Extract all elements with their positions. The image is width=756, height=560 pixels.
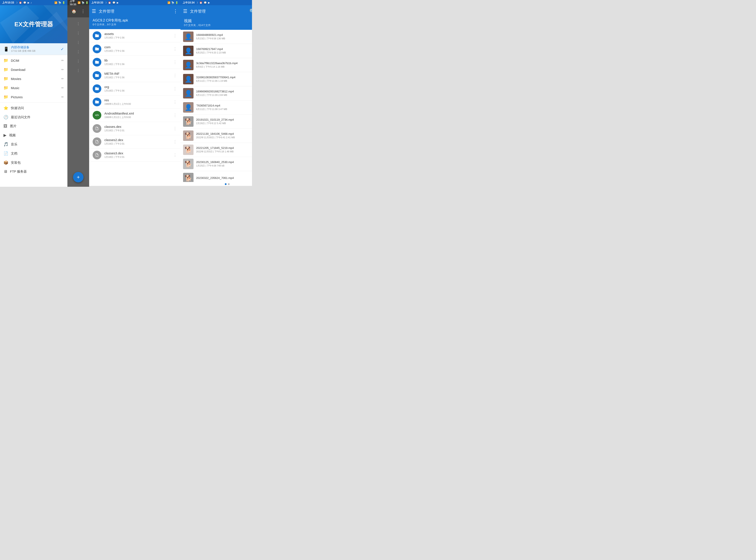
file-more-icon[interactable]: ⋮	[173, 113, 177, 118]
edit-icon[interactable]: ✏	[61, 68, 64, 71]
menu-icon[interactable]: ☰	[183, 8, 187, 14]
file-more-icon[interactable]: ⋮	[173, 33, 177, 38]
file-more-icon[interactable]: ⋮	[173, 73, 177, 78]
file-item-com[interactable]: com 1月18日 | 下午1:56 ⋮	[89, 42, 180, 56]
file-item-metainf[interactable]: META-INF 1月18日 | 下午1:56 ⋮	[89, 69, 180, 82]
video-item-10[interactable]: 🐕 20230322_235624_7061.mp4 ⋮	[180, 171, 252, 182]
file-more-icon[interactable]: ⋮	[173, 139, 177, 144]
status-wifi-icon: 📡	[58, 1, 61, 4]
home-icon[interactable]: 🏠	[72, 9, 76, 14]
panel3-subtitle: AGC9.2 CR专用包.apk 6个文件夹，6个文件	[89, 17, 180, 29]
code-icon: </>	[93, 111, 101, 120]
video-info: 20230322_235624_7061.mp4	[196, 176, 252, 180]
file-info: com 1月18日 | 下午1:56	[104, 45, 170, 53]
video-item-2[interactable]: 👤 3c3da7f9b13226aea3b7b1b.mp4 8月6日 | 下午5…	[180, 58, 252, 72]
thumb-image: 👤	[183, 88, 194, 99]
music-icon: 🎵	[3, 142, 8, 147]
search-icon[interactable]: 🔍	[250, 8, 252, 14]
file-item-classes[interactable]: classes.dex 1月18日 | 下午2:01 ⋮	[89, 122, 180, 135]
video-item-6[interactable]: 🐕 20191021_010119_2734.mp4 2月26日 | 下午8:1…	[180, 115, 252, 129]
folder-item-dcim[interactable]: 📁 DCIM ✏	[0, 56, 67, 65]
panel2-item-1[interactable]: ⋮	[67, 19, 89, 28]
file-item-lib[interactable]: lib 1月18日 | 下午1:56 ⋮	[89, 56, 180, 69]
panel2-item-2[interactable]: ⋮	[67, 28, 89, 38]
panel2-item-6[interactable]: ⋮	[67, 66, 89, 75]
edit-icon[interactable]: ✏	[61, 59, 64, 62]
video-info: 20230125_160840_2530.mp4 1月25日 | 下午4:08 …	[196, 160, 252, 167]
file-more-icon[interactable]: ⋮	[173, 153, 177, 157]
category-music[interactable]: 🎵 音乐	[0, 140, 67, 149]
file-more-icon[interactable]: ⋮	[173, 86, 177, 91]
status-tiktok-icon: ♪	[31, 1, 32, 4]
file-item-org[interactable]: org 1月18日 | 下午1:56 ⋮	[89, 82, 180, 96]
folder-icon	[93, 44, 101, 53]
file-more-icon[interactable]: ⋮	[173, 46, 177, 51]
file-item-res[interactable]: res 1980年1月1日 | 上午9:00 ⋮	[89, 96, 180, 109]
category-videos[interactable]: ▶ 视频	[0, 131, 67, 140]
edit-icon[interactable]: ✏	[61, 95, 64, 99]
video-item-5[interactable]: 👤 '76365671814.mp4 6月11日 | 下午11:08 3.47 …	[180, 100, 252, 115]
video-info: 20221205_171845_5219.mp4 2022年12月5日 | 下午…	[196, 146, 252, 153]
category-images[interactable]: 🖼 图片	[0, 122, 67, 131]
file-item-classes2[interactable]: classes2.dex 1月18日 | 下午2:01 ⋮	[89, 135, 180, 148]
file-info: AndroidManifest.xml 1980年1月1日 | 上午9:00	[104, 112, 170, 119]
folder-item-pictures[interactable]: 📁 Pictures ✏	[0, 93, 67, 101]
fab-add-button[interactable]: +	[73, 172, 83, 182]
video-info: 20221130_184106_5468.mp4 2022年11月30日 | 下…	[196, 132, 252, 139]
panel4-wrapper: 上午10:34 ☽ ⏰ 💬 ▶ 📶 📡 🔋 ☰ 文件管理 🔍 🏠 ⋮ 视频 0个…	[180, 0, 252, 187]
clock-icon: ⏰	[108, 1, 111, 4]
edit-icon[interactable]: ✏	[61, 77, 64, 80]
edit-icon[interactable]: ✏	[61, 86, 64, 89]
category-quick-access[interactable]: ⭐ 快速访问	[0, 103, 67, 113]
file-more-icon[interactable]: ⋮	[173, 100, 177, 104]
thumb-image: 🐕	[183, 159, 194, 169]
folder-item-music[interactable]: 📁 Music ✏	[0, 83, 67, 93]
panel2-item-4[interactable]: ⋮	[67, 47, 89, 57]
video-info: 1687699217947.mp4 6月25日 | 下午9:20 2.23 MB	[196, 47, 252, 54]
video-item-1[interactable]: 👤 1687699217947.mp4 6月25日 | 下午9:20 2.23 …	[180, 44, 252, 58]
video-thumbnail: 🐕	[183, 159, 194, 169]
storage-item[interactable]: 📱 内部存储设备 17.51 GB 没有 496 GB ✓	[0, 43, 67, 55]
video-item-8[interactable]: 🐕 20221205_171845_5219.mp4 2022年12月5日 | …	[180, 143, 252, 157]
file-more-icon[interactable]: ⋮	[173, 126, 177, 131]
thumb-image: 🐕	[183, 116, 194, 127]
file-meta: 1月18日 | 下午1:56	[104, 49, 170, 53]
folder-item-movies[interactable]: 📁 Movies ✏	[0, 74, 67, 83]
menu-icon[interactable]: ☰	[92, 8, 96, 14]
category-docs[interactable]: 📄 文档	[0, 149, 67, 158]
folder-item-download[interactable]: 📁 Download ✏	[0, 65, 67, 74]
file-info: classes2.dex 1月18日 | 下午2:01	[104, 138, 170, 145]
file-item-classes3[interactable]: classes3.dex 1月18日 | 下午2:01 ⋮	[89, 148, 180, 162]
dex-icon	[93, 124, 101, 133]
video-item-0[interactable]: 👤 1684848690921.mp4 5月23日 | 下午8:58 136 M…	[180, 30, 252, 44]
more-options-icon[interactable]: ⋮	[173, 8, 178, 14]
dots-icon: ⋮	[77, 59, 80, 63]
category-recent[interactable]: 🕐 最近访问文件	[0, 113, 67, 122]
panel-videos: 上午10:34 ☽ ⏰ 💬 ▶ 📶 📡 🔋 ☰ 文件管理 🔍 🏠 ⋮ 视频 0个…	[180, 0, 252, 187]
video-item-3[interactable]: 👤 316961083835837700641.mp4 6月11日 | 下午11…	[180, 72, 252, 86]
panel2-item-5[interactable]: ⋮	[67, 57, 89, 66]
folder-name: 视频	[184, 18, 252, 23]
video-thumbnail: 👤	[183, 32, 194, 42]
folder-icon	[93, 31, 101, 40]
file-name: classes2.dex	[104, 138, 170, 142]
file-meta: 1月18日 | 下午1:56	[104, 63, 170, 66]
storage-size: 17.51 GB 没有 496 GB	[11, 49, 59, 53]
file-name: com	[104, 45, 170, 49]
video-item-9[interactable]: 🐕 20230125_160840_2530.mp4 1月25日 | 下午4:0…	[180, 157, 252, 171]
category-ftp[interactable]: 🖥 FTP 服务器	[0, 167, 67, 176]
dots-icon: ⋮	[77, 31, 80, 35]
panel2-item-3[interactable]: ⋮	[67, 38, 89, 47]
file-more-icon[interactable]: ⋮	[173, 60, 177, 64]
category-packages[interactable]: 📦 安装包	[0, 158, 67, 167]
video-item-4[interactable]: 👤 16966969200168273812.mp4 6月11日 | 下午11:…	[180, 86, 252, 100]
dot-2	[228, 183, 230, 185]
video-meta: 6月11日 | 下午11:06 1.19 MB	[196, 79, 252, 83]
video-item-7[interactable]: 🐕 20221130_184106_5468.mp4 2022年11月30日 |…	[180, 129, 252, 143]
file-meta: 1980年1月1日 | 上午9:00	[104, 102, 170, 106]
file-item-assets[interactable]: assets 1月18日 | 下午1:56 ⋮	[89, 29, 180, 42]
file-item-manifest[interactable]: </> AndroidManifest.xml 1980年1月1日 | 上午9:…	[89, 109, 180, 122]
status-wechat-icon: 💬	[23, 1, 26, 4]
dex-icon	[93, 151, 101, 159]
more-icon[interactable]: ⋮	[81, 9, 85, 14]
